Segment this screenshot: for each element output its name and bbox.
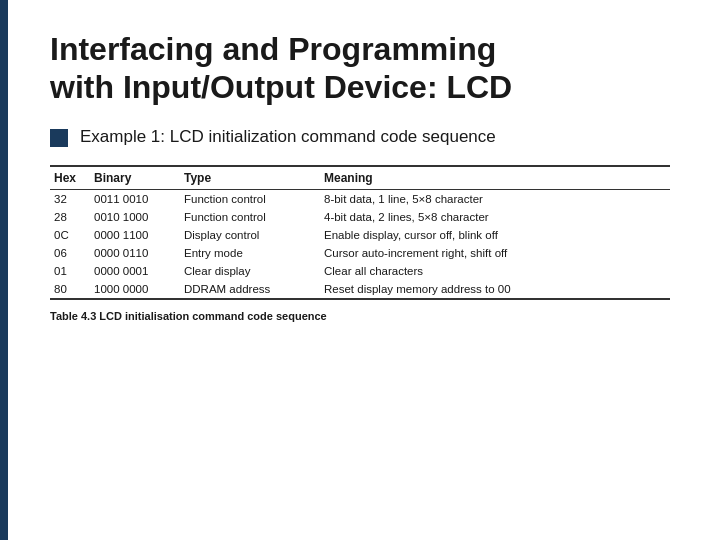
title-line1: Interfacing and Programming (50, 31, 496, 67)
cell-binary-2: 0000 1100 (90, 226, 180, 244)
cell-type-5: DDRAM address (180, 280, 320, 299)
cell-binary-0: 0011 0010 (90, 189, 180, 208)
table-row: 280010 1000Function control4-bit data, 2… (50, 208, 670, 226)
cell-hex-2: 0C (50, 226, 90, 244)
cell-binary-4: 0000 0001 (90, 262, 180, 280)
cell-meaning-4: Clear all characters (320, 262, 670, 280)
col-header-meaning: Meaning (320, 166, 670, 190)
slide-title: Interfacing and Programming with Input/O… (50, 30, 680, 107)
cell-hex-1: 28 (50, 208, 90, 226)
col-header-hex: Hex (50, 166, 90, 190)
cell-binary-1: 0010 1000 (90, 208, 180, 226)
cell-type-1: Function control (180, 208, 320, 226)
cell-binary-3: 0000 0110 (90, 244, 180, 262)
cell-type-3: Entry mode (180, 244, 320, 262)
slide: Interfacing and Programming with Input/O… (0, 0, 720, 540)
cell-meaning-1: 4-bit data, 2 lines, 5×8 character (320, 208, 670, 226)
cell-binary-5: 1000 0000 (90, 280, 180, 299)
table-caption-text: LCD initialisation command code sequence (96, 310, 326, 322)
cell-hex-3: 06 (50, 244, 90, 262)
table-row: 801000 0000DDRAM addressReset display me… (50, 280, 670, 299)
title-line2: with Input/Output Device: LCD (50, 69, 512, 105)
left-accent-bar (0, 0, 8, 540)
cell-meaning-3: Cursor auto-increment right, shift off (320, 244, 670, 262)
cell-hex-5: 80 (50, 280, 90, 299)
table-caption-bold: Table 4.3 (50, 310, 96, 322)
table-caption: Table 4.3 LCD initialisation command cod… (50, 310, 670, 322)
col-header-binary: Binary (90, 166, 180, 190)
cell-hex-4: 01 (50, 262, 90, 280)
col-header-type: Type (180, 166, 320, 190)
cell-type-2: Display control (180, 226, 320, 244)
lcd-command-table: Hex Binary Type Meaning 320011 0010Funct… (50, 165, 670, 300)
bullet-icon (50, 129, 68, 147)
cell-meaning-2: Enable display, cursor off, blink off (320, 226, 670, 244)
cell-type-0: Function control (180, 189, 320, 208)
table-row: 320011 0010Function control8-bit data, 1… (50, 189, 670, 208)
table-row: 060000 0110Entry modeCursor auto-increme… (50, 244, 670, 262)
subtitle-text: Example 1: LCD initialization command co… (80, 127, 496, 147)
cell-meaning-0: 8-bit data, 1 line, 5×8 character (320, 189, 670, 208)
table-container: Hex Binary Type Meaning 320011 0010Funct… (50, 165, 670, 322)
cell-meaning-5: Reset display memory address to 00 (320, 280, 670, 299)
table-header-row: Hex Binary Type Meaning (50, 166, 670, 190)
table-row: 010000 0001Clear displayClear all charac… (50, 262, 670, 280)
cell-hex-0: 32 (50, 189, 90, 208)
subtitle-row: Example 1: LCD initialization command co… (50, 127, 680, 147)
cell-type-4: Clear display (180, 262, 320, 280)
table-row: 0C0000 1100Display controlEnable display… (50, 226, 670, 244)
